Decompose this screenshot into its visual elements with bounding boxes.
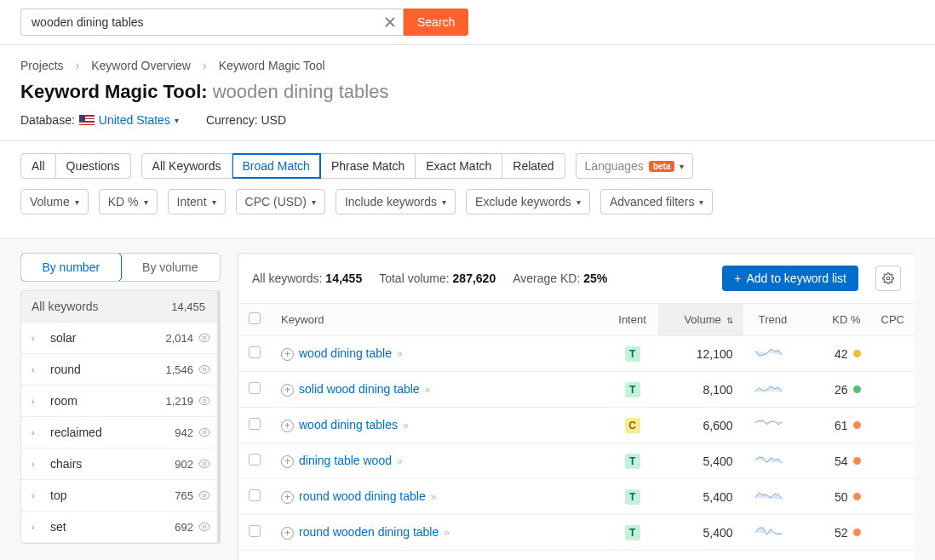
row-checkbox[interactable] bbox=[249, 418, 261, 430]
filter-tab-all[interactable]: All bbox=[20, 153, 56, 179]
keyword-link[interactable]: round wood dining table bbox=[299, 489, 426, 503]
sidebar-item-count: 2,014 bbox=[156, 332, 198, 345]
match-tab-phrase-match[interactable]: Phrase Match bbox=[321, 153, 416, 179]
col-cpc[interactable]: CPC bbox=[871, 304, 915, 336]
row-checkbox[interactable] bbox=[249, 454, 261, 466]
chevron-right-icon: › bbox=[32, 490, 45, 500]
eye-icon bbox=[198, 395, 210, 407]
col-trend[interactable]: Trend bbox=[743, 304, 803, 336]
row-checkbox[interactable] bbox=[249, 346, 261, 358]
filter-volume[interactable]: Volume▾ bbox=[20, 189, 89, 214]
sidebar-item[interactable]: ›set692 bbox=[21, 511, 217, 543]
keyword-cell[interactable]: +dining table solid wood» bbox=[271, 551, 607, 561]
keyword-link[interactable]: wood dining table bbox=[299, 346, 392, 360]
filter-include-keywords[interactable]: Include keywords▾ bbox=[336, 189, 456, 214]
add-keyword-icon[interactable]: + bbox=[281, 420, 294, 432]
sidebar-tab-by-volume[interactable]: By volume bbox=[121, 254, 221, 281]
filter-kd-[interactable]: KD %▾ bbox=[99, 189, 158, 214]
keyword-cell[interactable]: +round wooden dining table» bbox=[271, 515, 607, 551]
add-to-list-button[interactable]: + Add to keyword list bbox=[722, 266, 858, 291]
chevrons-right-icon: » bbox=[444, 527, 450, 539]
keyword-link[interactable]: solid wood dining table bbox=[299, 382, 420, 396]
intent-badge: T bbox=[625, 489, 640, 505]
keyword-cell[interactable]: +wood dining table» bbox=[271, 336, 607, 372]
eye-icon bbox=[198, 521, 210, 533]
keyword-link[interactable]: round wooden dining table bbox=[299, 525, 439, 539]
chevrons-right-icon: » bbox=[431, 491, 437, 503]
sidebar-item[interactable]: ›room1,219 bbox=[21, 386, 217, 417]
cpc-cell bbox=[871, 551, 915, 561]
match-tab-all-keywords[interactable]: All Keywords bbox=[141, 153, 232, 179]
filter-cpc-usd-[interactable]: CPC (USD)▾ bbox=[236, 189, 325, 214]
chevron-down-icon: ▾ bbox=[699, 197, 703, 207]
sidebar-item[interactable]: ›solar2,014 bbox=[21, 323, 217, 354]
svg-point-1 bbox=[203, 368, 206, 371]
search-button[interactable]: Search bbox=[404, 9, 468, 36]
svg-point-0 bbox=[203, 336, 206, 340]
cpc-cell bbox=[871, 515, 915, 551]
trend-cell bbox=[743, 408, 803, 443]
chevron-down-icon: ▾ bbox=[576, 197, 581, 207]
row-checkbox[interactable] bbox=[249, 382, 261, 394]
col-intent[interactable]: Intent bbox=[607, 304, 658, 336]
chevrons-right-icon: » bbox=[403, 420, 409, 431]
add-keyword-icon[interactable]: + bbox=[281, 491, 294, 504]
clear-icon[interactable] bbox=[384, 16, 396, 28]
settings-button[interactable] bbox=[875, 266, 901, 291]
languages-dropdown[interactable]: Languages beta ▾ bbox=[576, 153, 694, 179]
sidebar-item-count: 942 bbox=[156, 426, 198, 439]
add-keyword-icon[interactable]: + bbox=[281, 348, 294, 361]
chevrons-right-icon: » bbox=[425, 384, 431, 396]
table-row: +round wood dining table»T5,40050 bbox=[238, 479, 915, 515]
match-filter-group: All KeywordsBroad MatchPhrase MatchExact… bbox=[141, 153, 565, 179]
col-volume[interactable]: Volume ⇅ bbox=[658, 304, 743, 336]
cpc-cell bbox=[871, 372, 915, 408]
keyword-link[interactable]: wood dining tables bbox=[299, 418, 398, 431]
keyword-cell[interactable]: +wood dining tables» bbox=[271, 408, 607, 443]
match-tab-broad-match[interactable]: Broad Match bbox=[232, 153, 321, 179]
select-all-checkbox[interactable] bbox=[249, 312, 261, 324]
kd-cell: 61 bbox=[803, 408, 871, 443]
chevron-down-icon: ▾ bbox=[212, 197, 216, 207]
table-row: +round wooden dining table»T5,40052 bbox=[238, 515, 915, 551]
filter-exclude-keywords[interactable]: Exclude keywords▾ bbox=[466, 189, 590, 214]
trend-cell bbox=[743, 336, 803, 372]
volume-cell: 4,400 bbox=[658, 551, 743, 561]
kd-cell: 27 bbox=[803, 551, 871, 561]
volume-cell: 8,100 bbox=[658, 372, 743, 408]
sidebar-item[interactable]: ›chairs902 bbox=[21, 449, 217, 480]
sidebar-item[interactable]: ›reclaimed942 bbox=[21, 417, 217, 449]
keyword-cell[interactable]: +solid wood dining table» bbox=[271, 372, 607, 408]
filter-intent[interactable]: Intent▾ bbox=[168, 189, 226, 214]
keyword-cell[interactable]: +dining table wood» bbox=[271, 443, 607, 479]
database-selector[interactable]: Database: United States ▾ bbox=[20, 113, 179, 127]
sidebar-tab-by-number[interactable]: By number bbox=[20, 253, 122, 282]
row-checkbox[interactable] bbox=[249, 489, 261, 501]
filter-tab-questions[interactable]: Questions bbox=[56, 153, 131, 179]
col-keyword[interactable]: Keyword bbox=[271, 304, 607, 336]
row-checkbox[interactable] bbox=[249, 525, 261, 537]
trend-cell bbox=[743, 479, 803, 515]
svg-point-2 bbox=[203, 399, 206, 403]
match-tab-related[interactable]: Related bbox=[502, 153, 565, 179]
keyword-cell[interactable]: +round wood dining table» bbox=[271, 479, 607, 515]
sidebar-item[interactable]: ›top765 bbox=[21, 480, 217, 511]
table-row: +solid wood dining table»T8,10026 bbox=[238, 372, 915, 408]
sidebar-header-row[interactable]: All keywords 14,455 bbox=[21, 291, 217, 323]
col-kd[interactable]: KD % bbox=[803, 304, 871, 336]
keyword-link[interactable]: dining table wood bbox=[299, 454, 392, 467]
page-title: Keyword Magic Tool: wooden dining tables bbox=[20, 81, 915, 103]
add-keyword-icon[interactable]: + bbox=[281, 527, 294, 540]
breadcrumb-item[interactable]: Projects bbox=[20, 59, 64, 72]
add-keyword-icon[interactable]: + bbox=[281, 455, 294, 468]
breadcrumb-item[interactable]: Keyword Magic Tool bbox=[219, 59, 325, 72]
sidebar-item[interactable]: ›round1,546 bbox=[21, 354, 217, 386]
kd-cell: 52 bbox=[803, 515, 871, 551]
match-tab-exact-match[interactable]: Exact Match bbox=[416, 153, 502, 179]
breadcrumb-item[interactable]: Keyword Overview bbox=[91, 59, 191, 72]
add-keyword-icon[interactable]: + bbox=[281, 384, 294, 397]
search-input[interactable] bbox=[32, 15, 384, 29]
filter-advanced-filters[interactable]: Advanced filters▾ bbox=[600, 189, 714, 214]
sidebar: By numberBy volume All keywords 14,455 ›… bbox=[20, 253, 221, 560]
chevron-down-icon: ▾ bbox=[312, 197, 316, 207]
